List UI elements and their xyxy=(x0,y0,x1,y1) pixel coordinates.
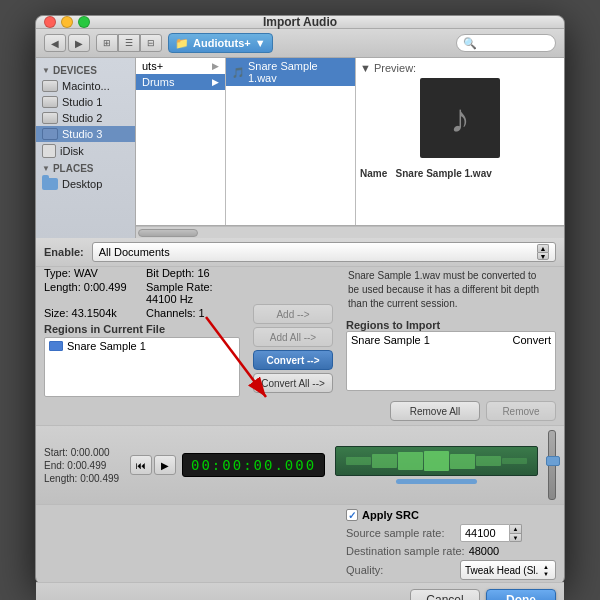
sidebar-item-label: iDisk xyxy=(60,145,84,157)
size-label: Size: xyxy=(44,307,68,319)
stepper-up[interactable]: ▲ xyxy=(537,244,549,252)
length-row: Length: 0:00.499 xyxy=(44,281,138,305)
rewind-button[interactable]: ⏮ xyxy=(130,455,152,475)
apply-src-label[interactable]: ✓ Apply SRC xyxy=(346,509,419,521)
source-stepper-up[interactable]: ▲ xyxy=(510,524,522,533)
import-regions-label: Regions to Import xyxy=(346,319,556,331)
volume-slider[interactable] xyxy=(548,430,556,500)
back-button[interactable]: ◀ xyxy=(44,34,66,52)
path-dropdown[interactable]: 📁 Audiotuts+ ▼ xyxy=(168,33,273,53)
waveform-display xyxy=(335,446,538,476)
source-rate-input[interactable]: 44100 xyxy=(460,524,510,542)
sidebar-item-studio1[interactable]: Studio 1 xyxy=(36,94,135,110)
scrollbar-thumb[interactable] xyxy=(138,229,198,237)
view-buttons: ⊞ ☰ ⊟ xyxy=(96,34,162,52)
enable-stepper: ▲ ▼ xyxy=(537,244,549,260)
devices-triangle: ▼ xyxy=(42,66,50,75)
samplerate-label: Sample Rate: xyxy=(146,281,213,293)
titlebar: Import Audio xyxy=(36,16,564,29)
notice-box: Snare Sample 1.wav must be converted to … xyxy=(346,267,546,313)
list-view-button[interactable]: ☰ xyxy=(118,34,140,52)
folder-icon xyxy=(42,178,58,190)
source-stepper-down[interactable]: ▼ xyxy=(510,533,522,542)
volume-thumb[interactable] xyxy=(546,456,560,466)
type-row: Type: WAV xyxy=(44,267,138,279)
playhead-indicator[interactable] xyxy=(396,479,477,484)
done-button[interactable]: Done xyxy=(486,589,556,600)
bitdepth-row: Bit Depth: 16 xyxy=(146,267,240,279)
traffic-lights xyxy=(44,16,90,28)
col-left: Type: WAV Bit Depth: 16 Length: 0:00.499… xyxy=(44,267,240,397)
column-view-button[interactable]: ⊟ xyxy=(140,34,162,52)
remove-button: Remove xyxy=(486,401,556,421)
file-browser: uts+ ▶ Drums ▶ 🎵 Snare Sample 1.wav xyxy=(136,58,564,238)
col1-item-uts[interactable]: uts+ ▶ xyxy=(136,58,225,74)
close-button[interactable] xyxy=(44,16,56,28)
source-rate-value: 44100 xyxy=(465,527,496,539)
source-rate-row: Source sample rate: 44100 ▲ ▼ xyxy=(346,524,556,542)
regions-current-list: Snare Sample 1 xyxy=(44,337,240,397)
length-value: 0:00.499 xyxy=(84,281,127,293)
region-name: Snare Sample 1 xyxy=(67,340,146,352)
import-regions-section: Regions to Import Snare Sample 1 Convert xyxy=(346,319,556,391)
sidebar-item-label: Macinto... xyxy=(62,80,110,92)
region-icon xyxy=(49,341,63,351)
size-value: 43.1504k xyxy=(72,307,117,319)
end-value: 0:00.499 xyxy=(67,460,106,471)
col1-item-label: Drums xyxy=(142,76,174,88)
dest-rate-value: 48000 xyxy=(469,545,500,557)
forward-button[interactable]: ▶ xyxy=(68,34,90,52)
quality-dropdown[interactable]: Tweak Head (Sl... ▲ ▼ xyxy=(460,560,556,580)
sidebar-item-macintosh[interactable]: Macinto... xyxy=(36,78,135,94)
maximize-button[interactable] xyxy=(78,16,90,28)
horizontal-scrollbar[interactable] xyxy=(136,226,564,238)
convert-button[interactable]: Convert --> xyxy=(253,350,333,370)
music-preview: ♪ xyxy=(420,78,500,158)
devices-label: DEVICES xyxy=(53,65,97,76)
regions-list-item[interactable]: Snare Sample 1 xyxy=(45,338,239,354)
preview-name-label: Name xyxy=(360,168,387,179)
convert-all-button[interactable]: Convert All --> xyxy=(253,373,333,393)
sidebar-item-studio3[interactable]: Studio 3 xyxy=(36,126,135,142)
stepper-down[interactable]: ▼ xyxy=(537,252,549,260)
col1-item-label: uts+ xyxy=(142,60,163,72)
bottom-buttons: Cancel Done xyxy=(36,582,564,600)
volume-control xyxy=(548,430,556,500)
hdd-icon xyxy=(42,128,58,140)
end-row: End: 0:00.499 xyxy=(44,460,124,471)
import-item-action: Convert xyxy=(512,334,551,346)
sidebar-item-idisk[interactable]: iDisk xyxy=(36,142,135,160)
quality-stepper-up[interactable]: ▲ xyxy=(541,563,551,570)
col1-item-drums[interactable]: Drums ▶ xyxy=(136,74,225,90)
quality-stepper-down[interactable]: ▼ xyxy=(541,570,551,577)
columns-area: uts+ ▶ Drums ▶ 🎵 Snare Sample 1.wav xyxy=(136,58,564,226)
remove-all-button[interactable]: Remove All xyxy=(390,401,480,421)
cancel-button[interactable]: Cancel xyxy=(410,589,480,600)
bitdepth-label: Bit Depth: xyxy=(146,267,194,279)
start-label: Start: xyxy=(44,447,68,458)
icon-view-button[interactable]: ⊞ xyxy=(96,34,118,52)
col2-item-label: Snare Sample 1.wav xyxy=(248,60,349,84)
start-value: 0:00.000 xyxy=(71,447,110,458)
type-label: Type: xyxy=(44,267,71,279)
search-box[interactable]: 🔍 xyxy=(456,34,556,52)
src-panel: ✓ Apply SRC Source sample rate: 44100 ▲ … xyxy=(36,505,564,582)
add-button: Add --> xyxy=(253,304,333,324)
enable-dropdown[interactable]: All Documents ▲ ▼ xyxy=(92,242,556,262)
sidebar-item-studio2[interactable]: Studio 2 xyxy=(36,110,135,126)
col2-item-snare[interactable]: 🎵 Snare Sample 1.wav xyxy=(226,58,355,86)
transport-area: Start: 0:00.000 End: 0:00.499 Length: 0:… xyxy=(36,425,564,505)
apply-src-checkbox[interactable]: ✓ xyxy=(346,509,358,521)
preview-label: ▼ Preview: xyxy=(360,62,560,74)
quality-label: Quality: xyxy=(346,564,456,576)
sidebar-item-desktop[interactable]: Desktop xyxy=(36,176,135,192)
minimize-button[interactable] xyxy=(61,16,73,28)
length-label: Length: xyxy=(44,281,81,293)
folder-path-icon: 📁 xyxy=(175,37,189,50)
hdd-icon xyxy=(42,96,58,108)
play-button[interactable]: ▶ xyxy=(154,455,176,475)
music-note-icon: ♪ xyxy=(450,96,470,141)
quality-stepper: ▲ ▼ xyxy=(541,563,551,577)
places-triangle: ▼ xyxy=(42,164,50,173)
time-info: Start: 0:00.000 End: 0:00.499 Length: 0:… xyxy=(44,447,124,484)
